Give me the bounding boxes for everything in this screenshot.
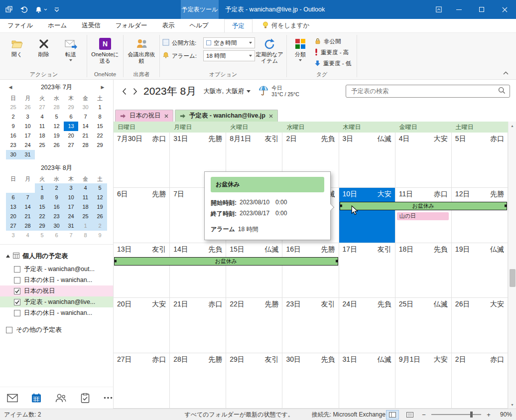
mini-day[interactable]: 27: [35, 103, 49, 112]
scrollbar-thumb[interactable]: [510, 269, 516, 287]
mini-day[interactable]: 23: [49, 212, 64, 221]
mini-day[interactable]: 5: [49, 112, 64, 122]
my-calendars-header[interactable]: 個人用の予定表: [0, 250, 113, 264]
day-cell[interactable]: 20日大安: [114, 298, 170, 353]
day-cell[interactable]: 7月30日赤口: [114, 133, 170, 187]
send-receive-icon[interactable]: [5, 5, 13, 13]
calendar-list-item[interactable]: 予定表 - wanichan@live...: [0, 296, 113, 307]
day-cell[interactable]: 19日仏滅: [452, 243, 508, 298]
categorize-button[interactable]: 分類: [289, 34, 311, 61]
prev-month-arrow-icon[interactable]: ◀: [7, 85, 14, 90]
calendar-checkbox[interactable]: [14, 310, 20, 316]
mini-day[interactable]: 9: [93, 231, 107, 240]
mini-day[interactable]: 8: [93, 112, 107, 122]
close-tab-icon[interactable]: [164, 113, 168, 120]
mini-day[interactable]: 18: [78, 202, 93, 212]
mini-day[interactable]: 14: [78, 122, 93, 131]
mini-day[interactable]: 3: [64, 183, 78, 193]
mini-day[interactable]: 16: [49, 202, 64, 212]
mini-day[interactable]: 29: [64, 103, 78, 112]
mini-day[interactable]: 7: [20, 193, 35, 202]
mini-day[interactable]: 1: [93, 103, 107, 112]
mini-day[interactable]: 2: [49, 183, 64, 193]
mini-day[interactable]: 11: [78, 193, 93, 202]
mini-day[interactable]: 10: [64, 193, 78, 202]
zoom-slider[interactable]: [431, 414, 481, 415]
tab-home[interactable]: ホーム: [40, 19, 74, 32]
event-resize-handle[interactable]: [340, 205, 342, 207]
forward-arrow-icon[interactable]: [129, 85, 140, 98]
day-cell[interactable]: 4日大安: [395, 133, 452, 187]
maximize-button[interactable]: [470, 0, 493, 19]
mini-day[interactable]: 23: [6, 140, 20, 150]
mini-day[interactable]: 6: [6, 193, 20, 202]
mini-day[interactable]: 27: [6, 221, 20, 231]
next-month-arrow-icon[interactable]: ▶: [99, 85, 106, 90]
mini-day[interactable]: 2: [93, 221, 107, 231]
recurrence-button[interactable]: 定期的なアイテム: [255, 34, 284, 64]
other-calendars-header[interactable]: その他の予定表: [0, 318, 113, 334]
calendar-checkbox[interactable]: [14, 288, 20, 294]
day-cell[interactable]: 31日仏滅: [339, 353, 395, 408]
mini-day[interactable]: 15: [35, 202, 49, 212]
calendar-list-item[interactable]: 日本の休日 - wanichan...: [0, 307, 113, 318]
day-cell[interactable]: 28日先勝: [170, 353, 226, 408]
mini-day[interactable]: 28: [78, 140, 93, 150]
mini-day[interactable]: 7: [78, 112, 93, 122]
calendar-checkbox[interactable]: [14, 266, 20, 273]
day-cell[interactable]: 2日赤口: [452, 353, 508, 408]
mini-day[interactable]: 20: [64, 131, 78, 140]
tab-view[interactable]: 表示: [154, 19, 182, 32]
day-cell[interactable]: 25日仏滅: [395, 298, 452, 353]
tab-help[interactable]: ヘルプ: [182, 19, 216, 32]
mini-day[interactable]: 29: [35, 221, 49, 231]
scroll-up-icon[interactable]: ▲: [509, 122, 516, 130]
mini-day[interactable]: 26: [93, 212, 107, 221]
zoom-out-button[interactable]: −: [421, 411, 427, 419]
mini-day[interactable]: 22: [35, 212, 49, 221]
zoom-slider-thumb[interactable]: [470, 412, 473, 418]
people-icon[interactable]: [55, 392, 67, 404]
mini-day[interactable]: 8: [35, 193, 49, 202]
mini-day[interactable]: 3: [20, 112, 35, 122]
mini-day[interactable]: 12: [93, 193, 107, 202]
ribbon-display-options-icon[interactable]: [430, 0, 447, 19]
scroll-down-icon[interactable]: ▼: [509, 401, 516, 409]
mini-day[interactable]: 1: [78, 221, 93, 231]
event-obon-bar[interactable]: お盆休み: [340, 202, 507, 210]
mini-day[interactable]: 2: [6, 112, 20, 122]
event-yamanohi[interactable]: 山の日: [397, 212, 449, 220]
zoom-in-button[interactable]: +: [486, 411, 492, 419]
mini-day[interactable]: 10: [20, 122, 35, 131]
mini-day[interactable]: 9: [6, 122, 20, 131]
day-cell[interactable]: 21日赤口: [170, 298, 226, 353]
mini-day[interactable]: 11: [35, 122, 49, 131]
send-to-onenote-button[interactable]: N OneNoteに送る: [90, 34, 121, 64]
day-cell[interactable]: 3日仏滅: [339, 133, 395, 187]
event-resize-handle[interactable]: [336, 260, 338, 263]
mini-day[interactable]: 5: [35, 231, 49, 240]
day-cell[interactable]: 5日赤口: [452, 133, 508, 187]
day-cell[interactable]: 10日大安: [339, 188, 395, 243]
calendar-list-item[interactable]: 日本の祝日: [0, 285, 113, 296]
more-options-icon[interactable]: [104, 392, 114, 404]
day-cell[interactable]: 27日赤口: [114, 353, 170, 408]
day-cell[interactable]: 30日先負: [282, 353, 339, 408]
other-calendars-checkbox[interactable]: [6, 327, 12, 333]
calendar-checkbox[interactable]: [14, 277, 20, 283]
mini-day[interactable]: 30: [78, 103, 93, 112]
day-cell[interactable]: 18日先負: [395, 243, 452, 298]
reminder-select[interactable]: 18 時間: [203, 50, 255, 61]
tell-me-box[interactable]: 何をしますか: [262, 19, 309, 32]
mini-day[interactable]: 28: [20, 221, 35, 231]
mini-day[interactable]: 31: [20, 150, 35, 159]
mini-day[interactable]: 4: [78, 183, 93, 193]
mini-day[interactable]: 24: [20, 140, 35, 150]
mini-day[interactable]: 20: [6, 212, 20, 221]
mini-day[interactable]: 6: [64, 112, 78, 122]
mini-day[interactable]: 8: [78, 231, 93, 240]
calendar-checkbox[interactable]: [14, 299, 20, 305]
back-arrow-icon[interactable]: [119, 85, 129, 98]
mini-day[interactable]: 4: [35, 112, 49, 122]
forward-button[interactable]: 転送: [57, 34, 84, 61]
